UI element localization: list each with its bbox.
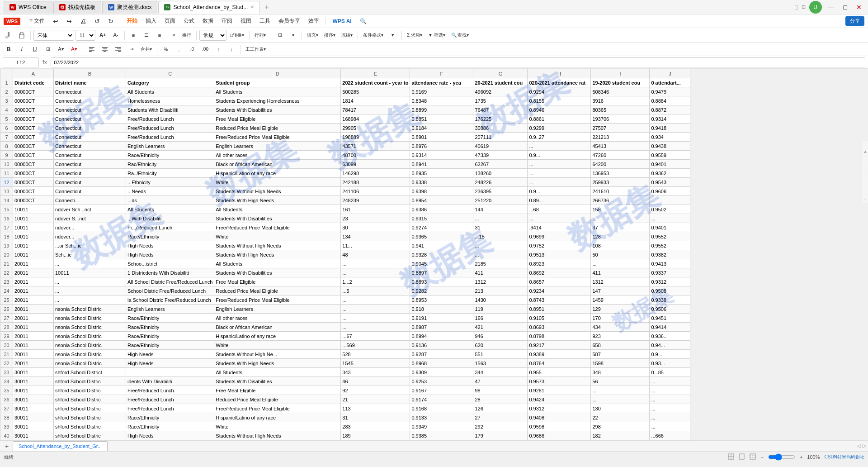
align-center-btn[interactable]: ☰ [141,29,152,41]
cell-20-B[interactable]: Sch...ic [54,250,126,259]
cell-27-J[interactable]: 0.9451 [650,314,690,323]
cell-22-J[interactable]: 0.9337 [650,268,690,277]
cell-38-B[interactable]: shford School Distric [54,413,126,422]
cell-30-B[interactable]: nsonia School Distric [54,341,126,350]
cell-35-H[interactable]: 0.9281 [528,386,591,395]
cell-1-A[interactable]: District code [13,78,54,87]
cell-26-F[interactable]: 0.918 [410,305,473,314]
cell-27-C[interactable]: Race/Ethnicity [126,314,214,323]
cell-8-I[interactable]: 45413 [591,142,650,151]
cell-26-E[interactable]: ... [341,305,410,314]
col-header-C[interactable]: C [126,69,214,78]
cell-39-C[interactable]: Race/Ethnicity [126,422,214,431]
cell-37-A[interactable]: 30011 [13,404,54,413]
filter-btn[interactable]: ▼ 筛选▾ [426,29,448,41]
cell-29-G[interactable]: 946 [473,332,528,341]
cell-40-A[interactable]: 30011 [13,431,54,440]
cell-2-A[interactable]: 00000CT [13,87,54,96]
cell-31-G[interactable]: 551 [473,350,528,359]
cell-15-I[interactable]: 158 [591,205,650,214]
cell-35-J[interactable]: ... [650,386,690,395]
cell-12-A[interactable]: 00000CT [13,178,54,187]
indent2-btn[interactable]: ⇥ [125,43,137,55]
cell-5-I[interactable]: 193706 [591,114,650,124]
cell-21-E[interactable]: ... [341,259,410,268]
cell-27-F[interactable]: 0.9191 [410,314,473,323]
cell-21-A[interactable]: 20011 [13,259,54,268]
add-sheet-btn[interactable]: + [2,441,12,451]
cell-40-D[interactable]: Students Without High Needs [214,431,341,440]
cell-38-G[interactable]: 27 [473,413,528,422]
cell-37-D[interactable]: Free/Reduced Price Meal Eligible [214,404,341,413]
cell-4-B[interactable]: Connecticut [54,105,126,114]
cell-30-F[interactable]: 0.9136 [410,341,473,350]
restore-btn[interactable]: □ [841,4,850,11]
cell-29-I[interactable]: 923 [591,332,650,341]
cell-11-D[interactable]: Hispanic/Latino of any race [214,169,341,178]
cell-25-I[interactable]: 1459 [591,295,650,305]
decrease-decimal-btn[interactable]: ↓ [226,43,237,55]
cell-18-J[interactable]: 0.9552 [650,232,690,241]
indent-btn[interactable]: ⇥ [167,29,179,41]
cell-39-G[interactable]: 292 [473,422,528,431]
cell-33-H[interactable]: 0.955 [528,368,591,377]
font-family-select[interactable]: 宋体 微软雅黑 Arial [33,30,74,41]
cell-32-I[interactable]: 1598 [591,359,650,368]
cell-11-G[interactable]: 138260 [473,169,528,178]
cell-12-C[interactable]: ...Ethnicity [126,178,214,187]
page-view-btn[interactable] [739,453,745,461]
cell-18-H[interactable]: 0.9699 [528,232,591,241]
cell-7-H[interactable]: 0.9..27 [528,133,591,142]
cell-35-A[interactable]: 30011 [13,386,54,395]
cell-9-E[interactable]: 48700 [341,151,410,160]
cell-8-G[interactable]: 40619 [473,142,528,151]
menu-efficiency[interactable]: 效率 [305,15,323,27]
cell-20-F[interactable]: 0.9328 [410,250,473,259]
cell-22-C[interactable]: 1 Districdents With Disabiliti [126,268,214,277]
cell-8-C[interactable]: English Learners [126,142,214,151]
cell-11-I[interactable]: 136953 [591,169,650,178]
tab-docx[interactable]: W 聚类检测.docx [102,1,158,14]
cell-17-J[interactable]: 0.9401 [650,223,690,232]
cell-38-C[interactable]: Race/Ethnicity [126,413,214,422]
tab-template[interactable]: 找 找模壳模板 [53,1,101,14]
cell-11-H[interactable]: ... [528,169,591,178]
cell-12-G[interactable]: 248226 [473,178,528,187]
cell-4-I[interactable]: 80365 [591,105,650,114]
cell-3-F[interactable]: 0.8348 [410,96,473,105]
cell-16-A[interactable]: 10011 [13,214,54,223]
cell-24-F[interactable]: 0.9282 [410,286,473,295]
cell-3-D[interactable]: Students Experiencing Homelessness [214,96,341,105]
cell-3-G[interactable]: 1735 [473,96,528,105]
cell-34-F[interactable]: 0.9253 [410,377,473,386]
cell-20-I[interactable]: 50 [591,250,650,259]
cell-38-I[interactable]: 22 [591,413,650,422]
cell-1-H[interactable]: 020-2021 attendance rat [528,78,591,87]
cell-15-A[interactable]: 10011 [13,205,54,214]
paste-btn[interactable] [16,29,28,41]
cell-20-J[interactable]: 0.9382 [650,250,690,259]
cell-1-J[interactable]: 0 attendart... [650,78,690,87]
cell-38-E[interactable]: 31 [341,413,410,422]
cell-40-J[interactable]: ...666 [650,431,690,440]
cell-3-J[interactable]: 0.8884 [650,96,690,105]
cell-17-A[interactable]: 10011 [13,223,54,232]
cell-2-F[interactable]: 0.9169 [410,87,473,96]
cell-36-A[interactable]: 30011 [13,395,54,404]
cell-40-I[interactable]: 182 [591,431,650,440]
cell-28-B[interactable]: nsonia School Distric [54,323,126,332]
cell-39-B[interactable]: shford School Distric [54,422,126,431]
menu-search[interactable]: 🔍 [356,16,370,26]
cell-32-C[interactable]: High Needs [126,359,214,368]
col-header-D[interactable]: D [214,69,341,78]
cell-27-H[interactable]: 0.9105 [528,314,591,323]
cell-27-E[interactable]: ... [341,314,410,323]
cell-8-A[interactable]: 00000CT [13,142,54,151]
cell-17-I[interactable]: 37 [591,223,650,232]
cell-10-G[interactable]: 62267 [473,160,528,169]
cell-40-C[interactable]: High Needs [126,431,214,440]
cell-20-C[interactable]: High Needs [126,250,214,259]
cell-21-I[interactable]: ... [591,259,650,268]
cell-4-C[interactable]: Students With Disabiliti [126,105,214,114]
col-header-J[interactable]: J [650,69,690,78]
